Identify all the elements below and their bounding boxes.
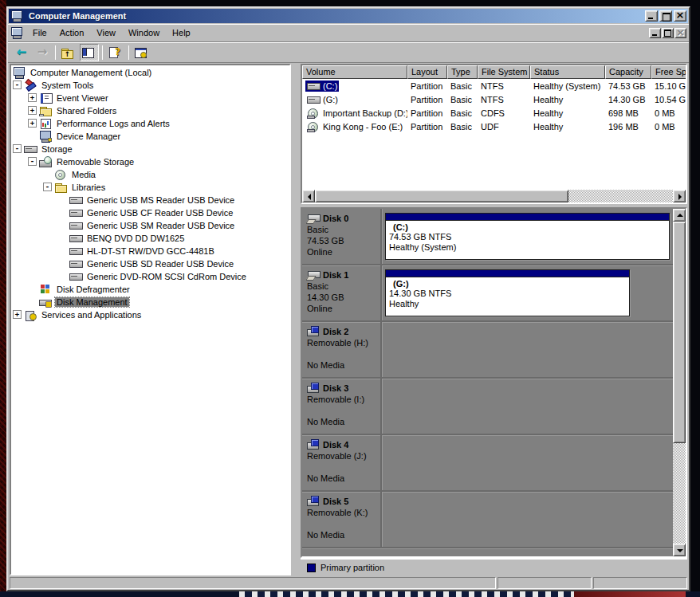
tree-item[interactable]: BENQ DVD DD DW1625: [11, 231, 289, 244]
tree-item[interactable]: Media: [11, 167, 289, 180]
vertical-scroll-thumb[interactable]: [673, 222, 686, 443]
disk-partition-area[interactable]: (G:)14.30 GB NTFSHealthy: [382, 265, 673, 320]
expand-plus-icon[interactable]: +: [28, 119, 37, 128]
partition-legend: Primary partition: [301, 558, 687, 575]
tree-item[interactable]: Generic USB SM Reader USB Device: [11, 218, 289, 231]
volume-file-system: NTFS: [478, 79, 530, 92]
removable-icon: [307, 439, 320, 450]
disk-name: Disk 5: [323, 497, 348, 506]
expand-plus-icon[interactable]: +: [28, 93, 37, 102]
tree-item[interactable]: Generic USB CF Reader USB Device: [11, 206, 289, 218]
tree-item[interactable]: -Removable Storage: [11, 155, 289, 167]
collapse-minus-icon[interactable]: -: [28, 157, 37, 166]
volume-file-system: UDF: [478, 120, 530, 133]
services-icon: [24, 309, 37, 320]
expand-plus-icon[interactable]: +: [13, 310, 22, 319]
expand-plus-icon[interactable]: +: [28, 106, 37, 115]
volume-horizontal-scrollbar[interactable]: [302, 190, 686, 202]
disk-vertical-scrollbar[interactable]: [673, 209, 686, 556]
tree-item[interactable]: Disk Defragmenter: [11, 282, 289, 295]
horizontal-scroll-track[interactable]: [568, 190, 673, 202]
tree-toggle-icon: [81, 47, 94, 58]
tree-item[interactable]: Generic USB MS Reader USB Device: [11, 193, 289, 206]
mdi-system-icon[interactable]: [10, 27, 23, 38]
tree-item[interactable]: -Storage: [11, 142, 289, 155]
menu-help[interactable]: Help: [166, 26, 197, 39]
up-one-level-button[interactable]: [59, 44, 78, 61]
disk-row[interactable]: Disk 2Removable (H:) No Media: [302, 322, 673, 379]
disk-partition-area[interactable]: [382, 492, 673, 547]
scroll-right-arrow-icon[interactable]: [673, 190, 686, 202]
disk-row[interactable]: Disk 5Removable (K:) No Media: [302, 492, 673, 548]
window-title: Computer Management: [29, 11, 643, 21]
column-header-file-system[interactable]: File System: [478, 65, 530, 79]
new-console-window-button[interactable]: [132, 44, 151, 61]
tree-item-label: Libraries: [70, 183, 107, 192]
horizontal-scroll-thumb[interactable]: [315, 190, 568, 202]
column-header-status[interactable]: Status: [530, 65, 605, 79]
menu-window[interactable]: Window: [122, 26, 166, 39]
volume-row[interactable]: Important Backup (D:)PartitionBasicCDFSH…: [302, 106, 686, 120]
volume-row[interactable]: (C:)PartitionBasicNTFSHealthy (System)74…: [302, 79, 686, 92]
column-header-type[interactable]: Type: [447, 65, 478, 79]
disk-title: Disk 2: [307, 326, 379, 337]
tree-item[interactable]: -Libraries: [11, 180, 289, 193]
tree-item[interactable]: Generic USB SD Reader USB Device: [11, 257, 289, 269]
tree-item[interactable]: +Performance Logs and Alerts: [11, 116, 289, 129]
help-button[interactable]: [106, 44, 125, 61]
back-button[interactable]: ←: [12, 44, 31, 61]
volume-status: Healthy (System): [530, 79, 605, 92]
scroll-left-arrow-icon[interactable]: [302, 190, 315, 202]
column-header-layout[interactable]: Layout: [407, 65, 447, 79]
vertical-scroll-track[interactable]: [673, 443, 686, 544]
forward-button[interactable]: →: [33, 44, 52, 61]
mdi-restore-button[interactable]: [662, 28, 674, 38]
menu-view[interactable]: View: [90, 26, 122, 39]
minimize-button[interactable]: [645, 10, 658, 22]
show-hide-console-tree-button[interactable]: [80, 44, 99, 61]
disk-partition-area[interactable]: (C:)74.53 GB NTFSHealthy (System): [382, 209, 673, 264]
collapse-minus-icon[interactable]: -: [13, 144, 22, 153]
tree-item[interactable]: -System Tools: [11, 78, 289, 91]
tree-item[interactable]: Device Manager: [11, 129, 289, 142]
volume-row[interactable]: (G:)PartitionBasicNTFSHealthy14.30 GB10.…: [302, 92, 686, 106]
tree-item[interactable]: +Event Viewer: [11, 91, 289, 104]
disk-info-line: Removable (I:): [307, 394, 379, 405]
drive-icon: [69, 271, 82, 282]
disk-row[interactable]: Disk 4Removable (J:) No Media: [302, 435, 673, 492]
menu-file[interactable]: File: [26, 26, 53, 39]
collapse-minus-icon[interactable]: -: [13, 81, 22, 89]
drive-icon: [69, 207, 82, 218]
mdi-minimize-button[interactable]: [649, 28, 661, 38]
close-button[interactable]: [674, 10, 686, 22]
menu-action[interactable]: Action: [53, 26, 91, 39]
disk-row[interactable]: Disk 3Removable (I:) No Media: [302, 379, 673, 435]
tree-item[interactable]: Generic DVD-ROM SCSI CdRom Device: [11, 269, 289, 282]
disk-row[interactable]: Disk 0Basic74.53 GBOnline(C:)74.53 GB NT…: [302, 209, 673, 265]
title-bar[interactable]: Computer Management: [9, 9, 688, 23]
partition-box[interactable]: (C:)74.53 GB NTFSHealthy (System): [385, 213, 670, 260]
tree-item[interactable]: HL-DT-ST RW/DVD GCC-4481B: [11, 244, 289, 257]
volume-label: King Kong - Foo (E:): [323, 122, 403, 132]
partition-box[interactable]: (G:)14.30 GB NTFSHealthy: [385, 269, 630, 316]
volume-layout: Partition: [407, 79, 447, 92]
disk-partition-area[interactable]: [382, 435, 673, 490]
drive-icon: [69, 194, 82, 206]
disk-partition-area[interactable]: [382, 379, 673, 434]
maximize-button[interactable]: [659, 10, 672, 22]
disk-info-line: Basic: [307, 281, 379, 292]
scroll-down-arrow-icon[interactable]: [673, 544, 686, 556]
pane-splitter[interactable]: [291, 64, 301, 575]
disk-row[interactable]: Disk 1Basic14.30 GBOnline(G:)14.30 GB NT…: [302, 265, 673, 322]
collapse-minus-icon[interactable]: -: [43, 183, 52, 191]
scroll-up-arrow-icon[interactable]: [673, 209, 686, 222]
disk-partition-area[interactable]: [382, 322, 673, 377]
tree-item[interactable]: +Shared Folders: [11, 104, 289, 116]
tree-item[interactable]: Computer Management (Local): [11, 65, 289, 78]
volume-row[interactable]: King Kong - Foo (E:)PartitionBasicUDFHea…: [302, 120, 686, 133]
tree-item[interactable]: Disk Management: [11, 295, 289, 308]
tree-item[interactable]: +Services and Applications: [11, 308, 289, 320]
column-header-volume[interactable]: Volume: [302, 65, 407, 79]
column-header-free-space[interactable]: Free Space: [651, 65, 687, 79]
column-header-capacity[interactable]: Capacity: [605, 65, 651, 79]
